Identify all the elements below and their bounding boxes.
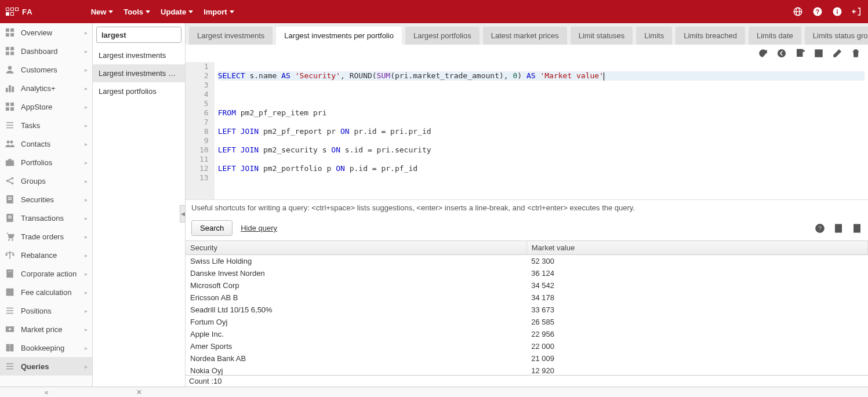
column-header-security[interactable]: Security: [186, 241, 526, 255]
sidebar-item-dashboard[interactable]: Dashboard▸: [0, 42, 92, 60]
sidebar-item-portfolios[interactable]: Portfolios▸: [0, 153, 92, 172]
table-row[interactable]: Microsoft Corp34 542: [186, 279, 868, 292]
tab[interactable]: Limits date: [749, 27, 801, 45]
tab[interactable]: Latest market prices: [483, 27, 567, 45]
sidebar-item-tasks[interactable]: Tasks▸: [0, 116, 92, 134]
collapse-left-icon[interactable]: «: [0, 388, 93, 396]
table-row[interactable]: Ericsson AB B34 178: [186, 292, 868, 304]
topbar: FA New Tools Update Import ? i: [0, 0, 868, 23]
tab[interactable]: Limits breached: [675, 27, 745, 45]
collapse-sidebar-button[interactable]: ◀: [180, 205, 186, 223]
menu-import[interactable]: Import: [204, 8, 234, 16]
sidebar-item-fee-calculation[interactable]: $Fee calculation▸: [0, 283, 92, 301]
add-icon[interactable]: [813, 48, 824, 59]
svg-text:?: ?: [818, 224, 822, 231]
table-row[interactable]: Nordea Bank AB21 009: [186, 352, 868, 365]
table-row[interactable]: Danske Invest Norden36 124: [186, 267, 868, 279]
sidebar-item-queries[interactable]: Queries▸: [0, 357, 92, 376]
tab[interactable]: Largest investments per portfolio: [276, 27, 402, 45]
sidebar-item-trade-orders[interactable]: Trade orders▸: [0, 227, 92, 246]
svg-text:i: i: [837, 8, 838, 15]
menu-update[interactable]: Update: [161, 8, 193, 16]
sidebar-item-positions[interactable]: Positions▸: [0, 301, 92, 320]
table-row[interactable]: Fortum Oyj26 585: [186, 316, 868, 328]
list-item[interactable]: Largest portfolios: [93, 82, 185, 100]
sidebar-item-label: Transactions: [21, 214, 79, 223]
chevron-right-icon: ▸: [85, 122, 88, 129]
chevron-down-icon: [108, 10, 113, 13]
sidebar-item-customers[interactable]: Customers▸: [0, 60, 92, 79]
tab[interactable]: Largest portfolios: [405, 27, 480, 45]
sidebar-item-rebalance[interactable]: Rebalance▸: [0, 246, 92, 264]
tab[interactable]: Limits status groups: [805, 27, 868, 45]
close-panel-icon[interactable]: ×: [132, 387, 146, 397]
svg-rect-21: [6, 108, 9, 111]
top-right-icons: ? i: [793, 6, 862, 17]
sidebar-item-corporate-action[interactable]: Corporate action▸: [0, 264, 92, 283]
info-icon[interactable]: i: [832, 6, 842, 17]
sidebar-item-securities[interactable]: Securities▸: [0, 190, 92, 209]
sidebar-item-label: Customers: [21, 65, 79, 74]
sidebar-item-overview[interactable]: Overview▸: [0, 23, 92, 42]
list-icon: [5, 120, 15, 130]
svg-line-33: [8, 181, 12, 183]
tab[interactable]: Limits: [636, 27, 672, 45]
table-cell: 26 585: [526, 316, 867, 328]
export-icon[interactable]: [795, 48, 805, 59]
hide-query-link[interactable]: Hide query: [241, 224, 277, 232]
svg-rect-58: [797, 49, 802, 56]
sidebar-item-label: Fee calculation: [21, 288, 79, 297]
table-cell: 34 178: [526, 292, 867, 304]
code-area[interactable]: SELECT s.name AS 'Security', ROUND(SUM(p…: [215, 62, 868, 199]
sidebar-item-analytics-[interactable]: Analytics+▸: [0, 79, 92, 97]
table-cell: Seadrill Ltd 10/15 6,50%: [186, 304, 526, 316]
table-row[interactable]: Swiss Life Holding52 300: [186, 255, 868, 268]
table-cell: Swiss Life Holding: [186, 255, 526, 268]
back-icon[interactable]: [776, 48, 787, 59]
table-row[interactable]: Nokia Oyj12 920: [186, 365, 868, 375]
chevron-right-icon: ▸: [85, 104, 88, 110]
table-cell: Nordea Bank AB: [186, 352, 526, 365]
sidebar-item-groups[interactable]: Groups▸: [0, 172, 92, 190]
help-results-icon[interactable]: ?: [815, 223, 825, 234]
table-cell: 36 124: [526, 267, 867, 279]
grid-icon: [5, 27, 15, 38]
chevron-right-icon: ▸: [85, 363, 88, 370]
list-item[interactable]: Largest investments: [93, 46, 185, 64]
svg-point-26: [7, 141, 10, 144]
sql-editor[interactable]: 12345678910111213 SELECT s.name AS 'Secu…: [186, 62, 868, 200]
search-button[interactable]: Search: [191, 220, 233, 236]
sidebar-item-contacts[interactable]: Contacts▸: [0, 134, 92, 153]
svg-line-32: [8, 179, 12, 180]
globe-icon[interactable]: [793, 6, 803, 17]
column-header-market-value[interactable]: Market value: [526, 241, 867, 255]
table-cell: 21 009: [526, 352, 867, 365]
table-row[interactable]: Seadrill Ltd 10/15 6,50%33 673: [186, 304, 868, 316]
menu-label: Import: [204, 8, 227, 16]
document-icon[interactable]: [852, 223, 862, 234]
table-row[interactable]: Amer Sports22 000: [186, 340, 868, 352]
menu-new[interactable]: New: [91, 8, 114, 16]
doc-icon: [5, 213, 15, 223]
table-row[interactable]: Apple Inc.22 956: [186, 328, 868, 340]
sidebar-item-label: AppStore: [21, 103, 79, 111]
edit-icon[interactable]: [832, 48, 842, 59]
svg-point-57: [778, 49, 786, 57]
tab[interactable]: Limit statuses: [571, 27, 633, 45]
sidebar-item-bookkeeping[interactable]: Bookkeeping▸: [0, 338, 92, 357]
sidebar-item-transactions[interactable]: Transactions▸: [0, 209, 92, 227]
delete-icon[interactable]: [851, 48, 861, 59]
sidebar-item-market-price[interactable]: Market price▸: [0, 320, 92, 338]
sidebar-item-appstore[interactable]: AppStore▸: [0, 97, 92, 116]
app-logo: FA: [6, 8, 33, 16]
search-input[interactable]: [96, 27, 181, 43]
svg-text:$: $: [8, 290, 11, 296]
tab[interactable]: Largest investments: [189, 27, 273, 45]
svg-rect-17: [9, 86, 11, 92]
list-item[interactable]: Largest investments per ...: [93, 64, 185, 82]
refresh-icon[interactable]: [758, 48, 768, 59]
logout-icon[interactable]: [852, 6, 862, 17]
download-icon[interactable]: [833, 223, 844, 234]
help-icon[interactable]: ?: [812, 6, 823, 17]
menu-tools[interactable]: Tools: [124, 8, 150, 16]
